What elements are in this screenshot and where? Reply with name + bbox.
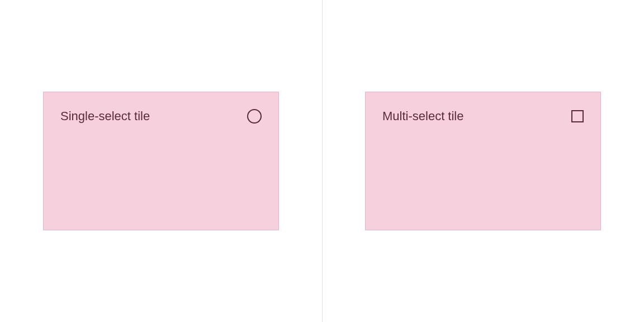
tile-header: Multi-select tile xyxy=(382,109,584,124)
tile-label: Multi-select tile xyxy=(382,109,463,124)
tile-header: Single-select tile xyxy=(60,109,262,124)
right-panel: Multi-select tile xyxy=(322,0,644,322)
single-select-tile[interactable]: Single-select tile xyxy=(43,92,279,230)
checkbox-icon[interactable] xyxy=(571,110,584,122)
vertical-divider xyxy=(322,0,323,322)
left-panel: Single-select tile xyxy=(0,0,322,322)
tile-label: Single-select tile xyxy=(60,109,150,124)
multi-select-tile[interactable]: Multi-select tile xyxy=(365,92,601,230)
radio-icon[interactable] xyxy=(247,109,262,124)
